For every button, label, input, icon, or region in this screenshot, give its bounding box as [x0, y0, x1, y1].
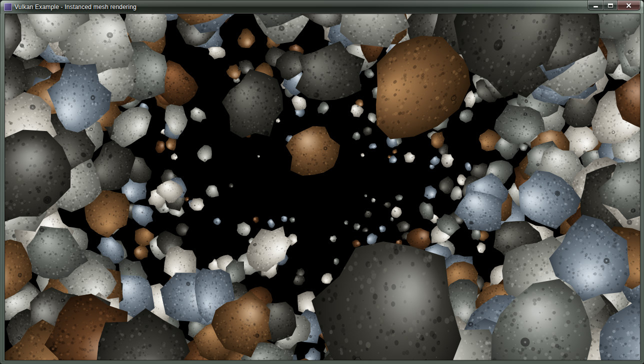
- caption-buttons: [588, 0, 640, 10]
- maximize-button[interactable]: [603, 0, 617, 10]
- render-client-area: [4, 14, 640, 360]
- app-icon: [4, 3, 12, 11]
- app-window: Vulkan Example - Instanced mesh renderin…: [0, 0, 644, 364]
- minimize-icon: [594, 6, 598, 8]
- close-icon: [626, 3, 632, 8]
- render-canvas[interactable]: [4, 14, 640, 360]
- maximize-icon: [608, 4, 613, 8]
- close-button[interactable]: [617, 0, 640, 10]
- window-title: Vulkan Example - Instanced mesh renderin…: [14, 0, 136, 14]
- title-bar[interactable]: Vulkan Example - Instanced mesh renderin…: [0, 0, 644, 14]
- minimize-button[interactable]: [588, 0, 603, 10]
